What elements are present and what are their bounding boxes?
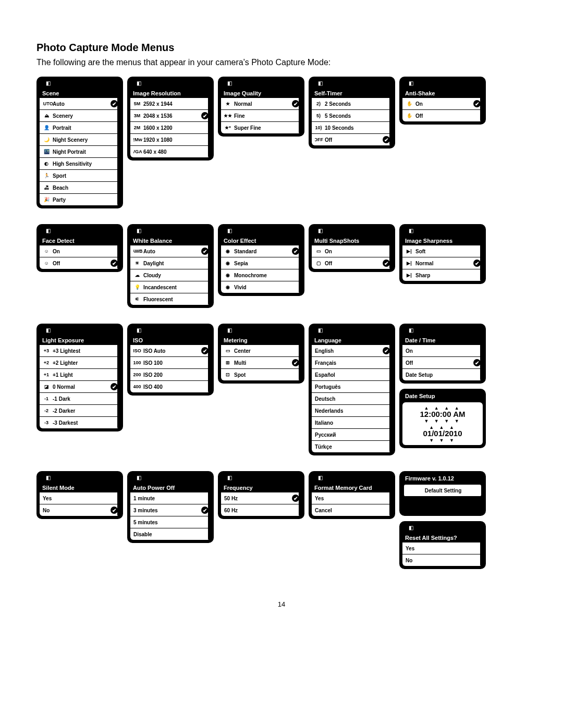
menu-item[interactable]: ✋Off <box>402 110 483 121</box>
scrollbar[interactable] <box>389 92 392 145</box>
menu-item[interactable]: No <box>402 554 483 566</box>
menu-item[interactable]: AUTOAuto✔ <box>40 98 120 110</box>
menu-item[interactable]: -3-3 Darkest <box>40 417 120 428</box>
menu-item[interactable]: 🌙Night Scenery <box>40 134 120 146</box>
menu-item[interactable]: 🌃Night Portrait <box>40 146 120 158</box>
menu-item[interactable]: +3+3 Lightest <box>40 345 120 357</box>
menu-item[interactable]: 5)5 Seconds <box>312 110 392 122</box>
scrollbar[interactable] <box>208 92 211 157</box>
menu-item[interactable]: 1 minute <box>130 492 211 504</box>
menu-item[interactable]: Disable <box>130 528 211 540</box>
menu-item[interactable]: -1-1 Dark <box>40 393 120 405</box>
menu-item[interactable]: ⛰Scenery <box>40 110 120 122</box>
menu-item[interactable]: Français <box>312 357 392 369</box>
menu-item[interactable]: 🏖Beach <box>40 182 120 194</box>
menu-item[interactable]: 💡Incandescent <box>130 281 211 293</box>
menu-item[interactable]: 50 Hz✔ <box>221 492 301 504</box>
scrollbar[interactable] <box>389 239 392 269</box>
menu-item[interactable]: 10)10 Seconds <box>312 122 392 134</box>
menu-item[interactable]: 👤Portrait <box>40 122 120 134</box>
menu-item[interactable]: 100ISO 100 <box>130 357 211 369</box>
menu-item[interactable]: ⊡Spot <box>221 369 301 380</box>
menu-item[interactable]: ▭Center <box>221 345 301 357</box>
menu-item[interactable]: 3M2048 x 1536✔ <box>130 110 211 122</box>
menu-item[interactable]: ▶|Sharp <box>402 269 483 281</box>
menu-item[interactable]: 3 minutes✔ <box>130 504 211 516</box>
scrollbar[interactable] <box>299 92 301 133</box>
menu-item[interactable]: +2+2 Lighter <box>40 357 120 369</box>
scrollbar[interactable] <box>480 239 483 281</box>
menu-item[interactable]: ⚟Fluorescent <box>130 293 211 305</box>
menu-item[interactable]: ◐High Sensitivity <box>40 158 120 170</box>
menu-item[interactable]: 200ISO 200 <box>130 369 211 381</box>
menu-item[interactable]: No✔ <box>40 504 120 516</box>
menu-item[interactable]: 400ISO 400 <box>130 381 211 392</box>
menu-item[interactable]: ▶|Normal✔ <box>402 257 483 269</box>
menu-item[interactable]: ☀Daylight <box>130 257 211 269</box>
scrollbar[interactable] <box>117 92 120 205</box>
menu-item[interactable]: AWBAuto✔ <box>130 245 211 257</box>
menu-item[interactable]: ◉Sepia <box>221 257 301 269</box>
menu-item[interactable]: OFFOff✔ <box>312 134 392 145</box>
menu-item[interactable]: 🏃Sport <box>40 170 120 182</box>
menu-item[interactable]: ★★Fine <box>221 110 301 122</box>
menu-item[interactable]: ISOISO Auto✔ <box>130 345 211 357</box>
menu-item[interactable]: ★Normal✔ <box>221 98 301 110</box>
menu-item[interactable]: ▢Off✔ <box>312 257 392 269</box>
menu-item[interactable]: 5 minutes <box>130 516 211 528</box>
menu-item[interactable]: 2)2 Seconds <box>312 98 392 110</box>
menu-item[interactable]: +1+1 Light <box>40 369 120 381</box>
menu-item[interactable]: 5M2592 x 1944 <box>130 98 211 110</box>
menu-item[interactable]: ☁Cloudy <box>130 269 211 281</box>
scrollbar[interactable] <box>389 486 392 516</box>
date-setup-time[interactable]: 12:00:00 AM <box>402 410 483 418</box>
menu-item[interactable]: ◉Standard✔ <box>221 245 301 257</box>
menu-item[interactable]: On <box>402 345 483 357</box>
menu-item[interactable]: VGA640 x 480 <box>130 146 211 157</box>
menu-item[interactable]: Deutsch <box>312 393 392 405</box>
menu-item[interactable]: ◉Vivid <box>221 281 301 293</box>
menu-item[interactable]: 60 Hz <box>221 504 301 516</box>
menu-item[interactable]: ◪0 Normal✔ <box>40 381 120 393</box>
scrollbar[interactable] <box>299 486 301 516</box>
menu-item[interactable]: 2Mw1920 x 1080 <box>130 134 211 146</box>
scrollbar[interactable] <box>299 239 301 293</box>
menu-item[interactable]: English✔ <box>312 345 392 357</box>
menu-item[interactable]: Русский <box>312 429 392 441</box>
scrollbar[interactable] <box>299 339 301 380</box>
scrollbar[interactable] <box>117 239 120 269</box>
menu-item[interactable]: ★*Super Fine <box>221 122 301 133</box>
scrollbar[interactable] <box>117 339 120 428</box>
menu-item[interactable]: ⊞Multi✔ <box>221 357 301 369</box>
menu-item[interactable]: ▭On <box>312 245 392 257</box>
menu-item[interactable]: Cancel <box>312 504 392 516</box>
menu-item[interactable]: ☺Off✔ <box>40 257 120 269</box>
menu-item[interactable]: ☺On <box>40 245 120 257</box>
scrollbar[interactable] <box>208 339 211 392</box>
date-setup-date[interactable]: 01/01/2010 <box>402 429 483 438</box>
default-setting-button[interactable]: Default Setting <box>404 485 481 497</box>
menu-item[interactable]: Date Setup <box>402 369 483 380</box>
scrollbar[interactable] <box>480 339 483 380</box>
menu-item[interactable]: 2M1600 x 1200 <box>130 122 211 134</box>
scrollbar[interactable] <box>208 486 211 540</box>
scrollbar[interactable] <box>389 339 392 452</box>
menu-item[interactable]: Nederlands <box>312 405 392 417</box>
menu-item[interactable]: Español <box>312 369 392 381</box>
scrollbar[interactable] <box>480 92 483 121</box>
menu-item[interactable]: -2-2 Darker <box>40 405 120 417</box>
menu-item[interactable]: Yes <box>40 492 120 504</box>
menu-item[interactable]: ✋On✔ <box>402 98 483 110</box>
menu-item[interactable]: Türkçe <box>312 441 392 452</box>
scrollbar[interactable] <box>480 536 483 566</box>
menu-item[interactable]: ◉Monochrome <box>221 269 301 281</box>
menu-item[interactable]: Italiano <box>312 417 392 429</box>
menu-item[interactable]: Yes <box>312 492 392 504</box>
menu-item[interactable]: ▶|Soft <box>402 245 483 257</box>
menu-item[interactable]: 🎉Party <box>40 194 120 205</box>
scrollbar[interactable] <box>208 239 211 305</box>
menu-item[interactable]: Yes <box>402 542 483 554</box>
menu-item[interactable]: Off✔ <box>402 357 483 369</box>
scrollbar[interactable] <box>117 486 120 516</box>
menu-item[interactable]: Português <box>312 381 392 393</box>
